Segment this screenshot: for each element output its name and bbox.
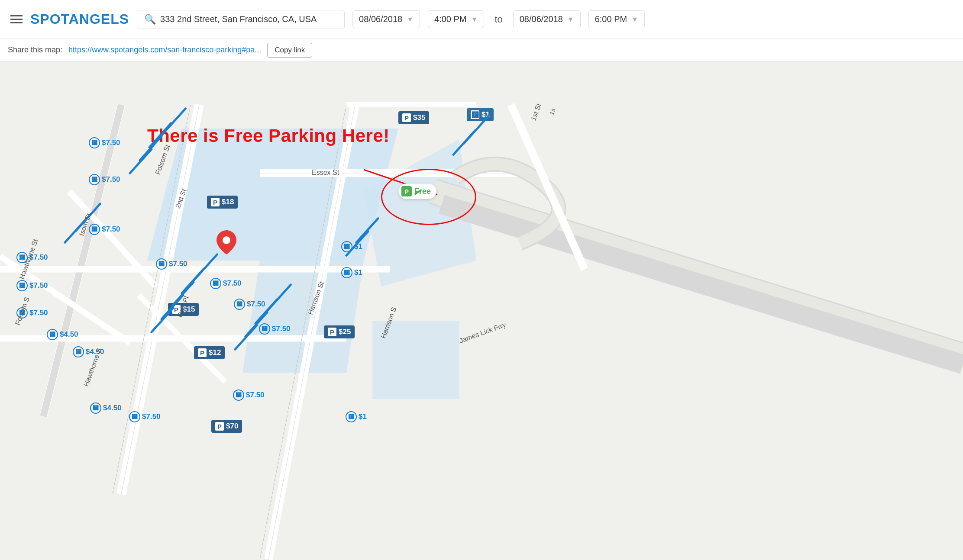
share-bar: Share this map: https://www.spotangels.c…	[0, 39, 963, 61]
to-time-dropdown[interactable]: 6:00 PM ▼	[588, 10, 645, 28]
logo: SPOTANGELS	[30, 11, 129, 27]
to-time-value: 6:00 PM	[595, 14, 627, 24]
to-date-dropdown[interactable]: 08/06/2018 ▼	[513, 10, 581, 28]
from-date-value: 08/06/2018	[359, 14, 402, 24]
to-time-chevron-icon: ▼	[631, 16, 638, 23]
from-time-value: 4:00 PM	[434, 14, 466, 24]
to-date-chevron-icon: ▼	[567, 16, 574, 23]
to-date-value: 08/06/2018	[520, 14, 563, 24]
svg-rect-5	[372, 321, 459, 399]
copy-link-button[interactable]: Copy link	[267, 43, 312, 58]
menu-icon[interactable]	[10, 15, 23, 23]
app-header: SPOTANGELS 🔍 08/06/2018 ▼ 4:00 PM ▼ to 0…	[0, 0, 963, 39]
search-box: 🔍	[137, 10, 345, 29]
share-label: Share this map:	[8, 45, 62, 55]
from-date-dropdown[interactable]: 08/06/2018 ▼	[352, 10, 420, 28]
search-icon: 🔍	[144, 14, 156, 25]
to-label: to	[492, 14, 505, 25]
map-svg	[0, 61, 963, 560]
map-container[interactable]: There is Free Parking Here! P Free P$35 …	[0, 61, 963, 560]
from-time-dropdown[interactable]: 4:00 PM ▼	[428, 10, 484, 28]
share-link[interactable]: https://www.spotangels.com/san-francisco…	[68, 45, 261, 55]
from-date-chevron-icon: ▼	[407, 16, 414, 23]
from-time-chevron-icon: ▼	[471, 16, 478, 23]
search-input[interactable]	[160, 14, 337, 24]
